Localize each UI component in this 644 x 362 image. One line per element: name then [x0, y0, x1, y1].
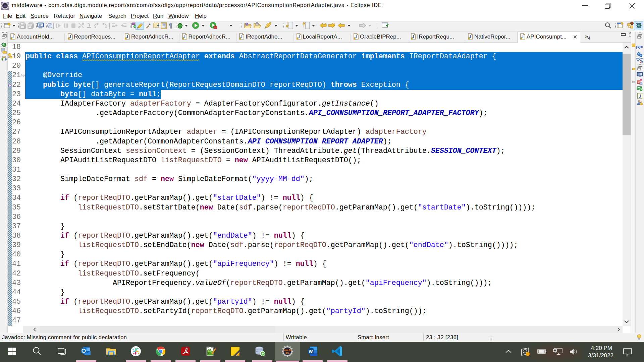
svg-text:IDE: IDE — [285, 352, 289, 354]
svg-text:!: ! — [183, 38, 183, 40]
svg-text:!: ! — [521, 38, 522, 40]
svg-text:!: ! — [240, 38, 240, 40]
svg-text:!: ! — [10, 56, 11, 58]
svg-text:!: ! — [68, 38, 69, 40]
svg-text:!: ! — [354, 38, 355, 40]
svg-text:Java EE: Java EE — [283, 349, 292, 351]
svg-text:W: W — [309, 349, 313, 354]
svg-text:!: ! — [469, 38, 469, 40]
svg-text:!: ! — [412, 38, 412, 40]
svg-text:!: ! — [125, 38, 126, 40]
svg-text:!: ! — [297, 38, 298, 40]
svg-text:!: ! — [11, 38, 12, 40]
